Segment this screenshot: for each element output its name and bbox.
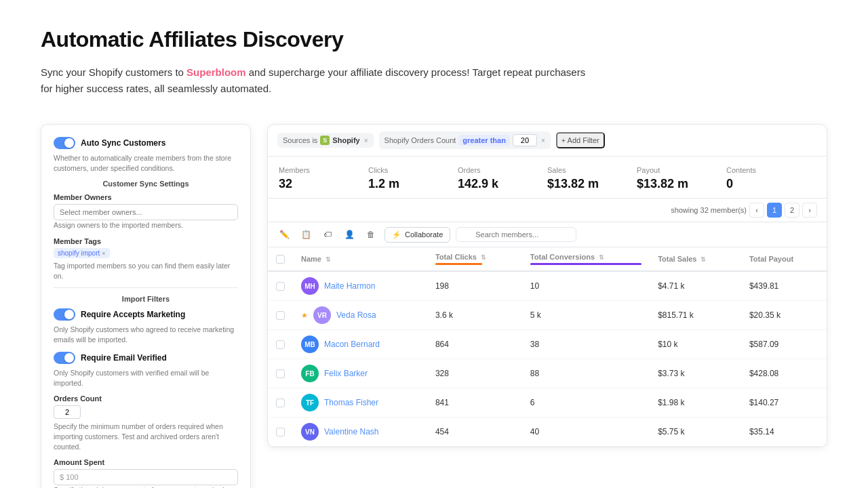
pagination-row: showing 32 member(s) ‹ 1 2 › — [268, 199, 827, 222]
shopify-import-tag[interactable]: shopify import × — [54, 248, 110, 258]
orders-filter-op: greater than — [458, 135, 510, 146]
row-conversions-cell-4: 6 — [522, 388, 650, 418]
sales-sort-icon: ⇅ — [701, 256, 706, 263]
row-checkbox-3[interactable] — [276, 369, 285, 378]
member-name-2[interactable]: Macon Bernard — [324, 340, 380, 349]
tag-icon[interactable]: 🏷 — [319, 226, 336, 243]
sales-value: $13.82 m — [547, 177, 637, 191]
search-input[interactable] — [456, 227, 576, 242]
row-payout-cell-4: $140.27 — [741, 388, 827, 418]
row-checkbox-2[interactable] — [276, 340, 285, 349]
row-sales-cell-3: $3.73 k — [650, 359, 741, 388]
member-owners-input[interactable] — [54, 204, 238, 220]
table-row: ★ VR Veda Rosa 3.6 k 5 k $815.71 k $20.3… — [268, 301, 827, 330]
row-checkbox-cell-2[interactable] — [268, 330, 293, 359]
row-checkbox-0[interactable] — [276, 282, 285, 291]
table-row: FB Felix Barker 328 88 $3.73 k $428.08 — [268, 359, 827, 388]
collaborate-button[interactable]: ⚡ Collaborate — [384, 227, 450, 243]
folder-icon[interactable]: 📋 — [298, 226, 314, 243]
row-checkbox-cell-4[interactable] — [268, 388, 293, 418]
avatar-5: VN — [301, 423, 319, 441]
payout-value: $13.82 m — [637, 177, 726, 191]
row-payout-cell-2: $587.09 — [741, 330, 827, 359]
edit-icon[interactable]: ✏️ — [276, 226, 292, 243]
prev-page-button[interactable]: ‹ — [749, 203, 764, 218]
row-checkbox-4[interactable] — [276, 399, 285, 407]
person-icon[interactable]: 👤 — [341, 226, 357, 243]
row-name-cell-2: MB Macon Bernard — [293, 330, 427, 359]
auto-sync-sub: Whether to automatically create members … — [54, 153, 238, 173]
member-name-0[interactable]: Maite Harmon — [324, 281, 375, 291]
member-name-1[interactable]: Veda Rosa — [336, 310, 376, 320]
orders-value: 142.9 k — [458, 177, 547, 191]
sources-filter-chip[interactable]: Sources is S Shopify × — [277, 133, 374, 148]
next-page-button[interactable]: › — [802, 203, 817, 218]
row-name-cell-0: MH Maite Harmon — [293, 271, 427, 301]
amount-spent-input[interactable] — [54, 469, 238, 485]
payout-stat: Payout $13.82 m — [637, 166, 726, 191]
add-filter-button[interactable]: + Add Filter — [556, 132, 605, 148]
amount-spent-label: Amount Spent — [54, 458, 238, 466]
row-payout-cell-1: $20.35 k — [741, 301, 827, 330]
orders-filter-value-input[interactable] — [513, 134, 537, 146]
page-description: Sync your Shopify customers to Superbloo… — [41, 64, 597, 97]
col-total-sales[interactable]: Total Sales ⇅ — [650, 247, 741, 271]
select-all-checkbox[interactable] — [276, 255, 285, 264]
require-email-row: Require Email Verified — [54, 352, 238, 364]
table-row: MB Macon Bernard 864 38 $10 k $587.09 — [268, 330, 827, 359]
member-owners-label: Member Owners — [54, 193, 238, 201]
row-checkbox-cell-5[interactable] — [268, 418, 293, 447]
filter-bar: Sources is S Shopify × Shopify Orders Co… — [268, 125, 827, 157]
row-checkbox-cell-0[interactable] — [268, 271, 293, 301]
col-total-clicks[interactable]: Total Clicks ⇅ — [427, 247, 522, 271]
row-clicks-cell-4: 841 — [427, 388, 522, 418]
row-checkbox-5[interactable] — [276, 428, 285, 436]
trash-icon[interactable]: 🗑 — [363, 226, 379, 243]
name-sort-icon: ⇅ — [326, 256, 331, 263]
select-all-checkbox-header[interactable] — [268, 247, 293, 271]
row-clicks-cell-0: 198 — [427, 271, 522, 301]
right-panel: Sources is S Shopify × Shopify Orders Co… — [267, 124, 827, 447]
row-clicks-cell-3: 328 — [427, 359, 522, 388]
table-header-row: Name ⇅ Total Clicks ⇅ Total Conversions … — [268, 247, 827, 271]
auto-sync-toggle[interactable] — [54, 137, 75, 149]
clicks-value: 1.2 m — [368, 177, 458, 191]
row-clicks-cell-2: 864 — [427, 330, 522, 359]
require-marketing-sub: Only Shopify customers who agreed to rec… — [54, 325, 238, 344]
tag-remove-icon[interactable]: × — [102, 250, 105, 257]
row-checkbox-cell-3[interactable] — [268, 359, 293, 388]
row-sales-cell-0: $4.71 k — [650, 271, 741, 301]
member-name-4[interactable]: Thomas Fisher — [324, 398, 378, 407]
members-label: Members — [279, 166, 368, 174]
page-1-button[interactable]: 1 — [767, 203, 782, 218]
orders-filter-chip[interactable]: Shopify Orders Count greater than × — [379, 131, 551, 149]
showing-text: showing 32 member(s) — [671, 206, 747, 214]
require-email-toggle[interactable] — [54, 352, 75, 364]
contents-label: Contents — [726, 166, 816, 174]
member-name-5[interactable]: Valentine Nash — [324, 427, 379, 436]
row-checkbox-1[interactable] — [276, 311, 285, 320]
table-row: TF Thomas Fisher 841 6 $1.98 k $140.27 — [268, 388, 827, 418]
col-total-conversions[interactable]: Total Conversions ⇅ — [522, 247, 650, 271]
orders-filter-close-icon[interactable]: × — [541, 137, 545, 144]
col-total-payout[interactable]: Total Payout — [741, 247, 827, 271]
contents-stat: Contents 0 — [726, 166, 816, 191]
sources-filter-close-icon[interactable]: × — [364, 137, 368, 144]
brand-link[interactable]: Superbloom — [186, 66, 246, 78]
member-name-3[interactable]: Felix Barker — [324, 369, 368, 378]
page-2-button[interactable]: 2 — [785, 203, 800, 218]
avatar-1: VR — [313, 306, 331, 324]
avatar-4: TF — [301, 394, 319, 411]
require-marketing-toggle[interactable] — [54, 308, 75, 321]
search-wrap: 🔍 — [456, 227, 818, 242]
avatar-3: FB — [301, 365, 319, 382]
col-name[interactable]: Name ⇅ — [293, 247, 427, 271]
row-name-cell-5: VN Valentine Nash — [293, 418, 427, 447]
orders-count-sub: Specify the minimum number of orders req… — [54, 422, 238, 451]
require-email-sub: Only Shopify customers with verified ema… — [54, 368, 238, 388]
clicks-stat: Clicks 1.2 m — [368, 166, 458, 191]
row-sales-cell-2: $10 k — [650, 330, 741, 359]
orders-count-input[interactable] — [54, 405, 81, 419]
row-checkbox-cell-1[interactable] — [268, 301, 293, 330]
table-row: VN Valentine Nash 454 40 $5.75 k $35.14 — [268, 418, 827, 447]
